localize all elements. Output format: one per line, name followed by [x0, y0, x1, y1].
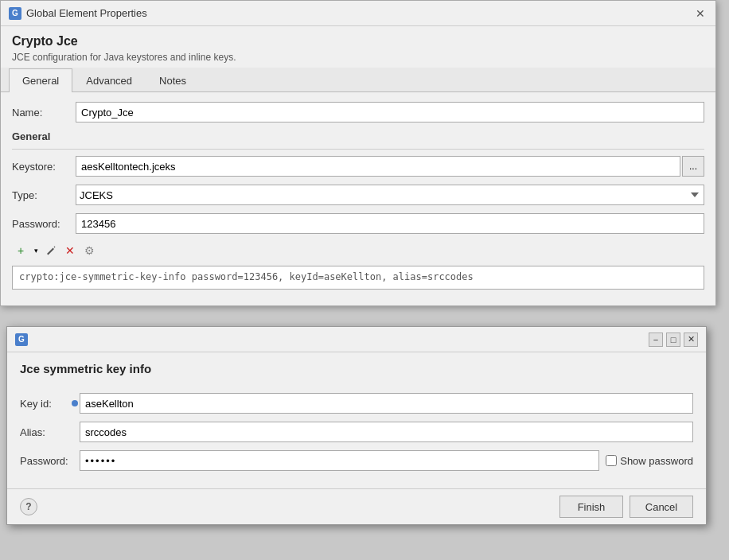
minimize-button[interactable]: − [649, 332, 663, 347]
password-input[interactable] [76, 213, 704, 234]
delete-button[interactable]: ✕ [61, 242, 79, 259]
browse-button[interactable]: ... [682, 156, 704, 177]
inner-dialog: G − □ ✕ Jce symmetric key info Key id: A… [6, 326, 707, 525]
name-label: Name: [12, 107, 76, 119]
keyid-wrapper [80, 393, 693, 414]
crypto-jce-description: JCE configuration for Java keystores and… [12, 52, 704, 63]
inner-dialog-header: Jce symmetric key info [7, 352, 706, 382]
inner-form-area: Key id: Alias: Password: Show password [7, 388, 706, 488]
inner-titlebar-left: G [15, 333, 28, 346]
inner-titlebar: G − □ ✕ [7, 327, 706, 352]
inner-password-row: Password: Show password [20, 450, 693, 471]
keystore-input[interactable] [76, 156, 680, 177]
keyid-label: Key id: [20, 398, 80, 410]
password-row: Password: [12, 213, 704, 234]
main-dialog-header: Crypto Jce JCE configuration for Java ke… [1, 26, 715, 68]
keyid-input[interactable] [80, 393, 693, 414]
crypto-jce-title: Crypto Jce [12, 34, 704, 49]
keystore-row: Keystore: ... [12, 156, 704, 177]
finish-button[interactable]: Finish [559, 496, 623, 518]
show-password-checkbox[interactable] [606, 455, 617, 466]
type-row: Type: JCEKS JKS PKCS12 [12, 185, 704, 205]
inner-dialog-controls: − □ ✕ [649, 332, 698, 347]
keystore-input-group: ... [76, 156, 704, 177]
section-divider [12, 149, 704, 150]
tab-advanced[interactable]: Advanced [72, 68, 146, 92]
keyid-indicator [72, 400, 78, 406]
name-input[interactable] [76, 102, 704, 122]
inner-password-label: Password: [20, 455, 80, 467]
main-form-area: Name: General Keystore: ... Type: JCEKS … [1, 92, 715, 305]
type-select[interactable]: JCEKS JKS PKCS12 [76, 185, 704, 205]
inner-dialog-title: Jce symmetric key info [20, 362, 693, 375]
cancel-button[interactable]: Cancel [630, 496, 693, 518]
add-button[interactable]: + [12, 242, 29, 259]
alias-input[interactable] [80, 422, 693, 442]
tabs-bar: General Advanced Notes [1, 68, 715, 92]
main-close-button[interactable]: ✕ [693, 6, 708, 21]
password-label: Password: [12, 218, 76, 230]
inner-password-input[interactable] [80, 450, 599, 471]
tab-notes[interactable]: Notes [146, 68, 200, 92]
main-dialog-icon: G [9, 7, 21, 20]
help-button[interactable]: ? [20, 498, 37, 515]
general-section-label: General [12, 130, 704, 142]
show-password-label[interactable]: Show password [620, 455, 693, 467]
spacer [7, 382, 706, 388]
config-button[interactable]: ⚙ [80, 242, 98, 259]
edit-button[interactable] [42, 242, 60, 259]
name-row: Name: [12, 102, 704, 122]
show-password-area: Show password [606, 455, 693, 467]
tab-general[interactable]: General [9, 68, 72, 92]
inner-close-button[interactable]: ✕ [684, 332, 698, 347]
expression-box: crypto:jce-symmetric-key-info password=1… [12, 266, 704, 290]
maximize-button[interactable]: □ [666, 332, 680, 347]
keystore-label: Keystore: [12, 161, 76, 173]
footer-left: ? [20, 498, 37, 515]
type-label: Type: [12, 189, 76, 201]
footer-right: Finish Cancel [559, 496, 693, 518]
main-dialog-title: Global Element Properties [26, 7, 147, 19]
keyid-row: Key id: [20, 393, 693, 414]
alias-label: Alias: [20, 426, 80, 438]
titlebar-left: G Global Element Properties [9, 7, 147, 20]
toolbar: + ▾ ✕ ⚙ [12, 242, 704, 259]
main-dialog: G Global Element Properties ✕ Crypto Jce… [0, 0, 716, 306]
alias-row: Alias: [20, 422, 693, 442]
main-titlebar: G Global Element Properties ✕ [1, 1, 715, 26]
edit-icon [46, 246, 57, 256]
inner-dialog-footer: ? Finish Cancel [7, 488, 706, 524]
add-dropdown-button[interactable]: ▾ [31, 242, 41, 259]
inner-dialog-icon: G [15, 333, 28, 346]
